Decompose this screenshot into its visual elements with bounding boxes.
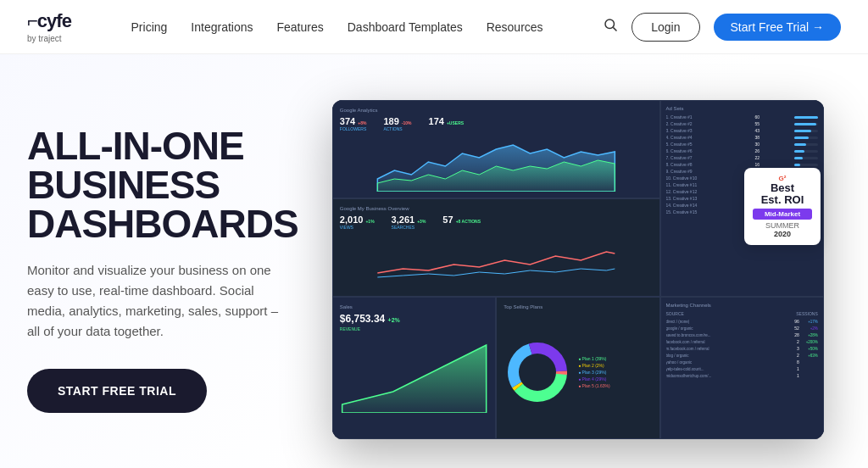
sales-title: Sales — [340, 304, 488, 309]
ga-chart — [340, 136, 653, 192]
marketing-row: midsomsolhertchup.com/... 1 — [666, 373, 818, 378]
logo-subtitle: by traject — [27, 34, 71, 43]
search-button[interactable] — [603, 17, 618, 36]
start-free-trial-button[interactable]: Start Free Trial → — [714, 14, 841, 41]
logo[interactable]: ⌐cyfe by traject — [27, 10, 71, 43]
top-selling-title: Top Selling Plans — [504, 304, 652, 309]
gmb-stat-3: 57 +8 ACTIONS — [442, 214, 481, 230]
logo-text: ⌐cyfe — [27, 10, 71, 32]
gmb-stats: 2,010 +1% VIEWS 3,261 +3% SEARCHES 57 +8… — [340, 214, 653, 230]
ga-label-2: ACTIONS — [383, 126, 411, 131]
g2-roi: Est. ROI — [761, 193, 804, 206]
marketing-row: facebook.com / referral 2 +200% — [666, 339, 818, 344]
sales-label: REVENUE — [340, 326, 488, 332]
marketing-row: saved to.broncos.com/re... 28 +28% — [666, 332, 818, 337]
marketing-row: direct / (none) 96 +17% — [666, 319, 818, 324]
g2-season: SUMMER — [753, 221, 812, 230]
ga-val-1: 374 +8% — [340, 116, 367, 126]
ads-row: 1. Creative #1 60 — [666, 114, 818, 120]
svg-line-1 — [614, 27, 617, 31]
marketing-rows: direct / (none) 96 +17% google / organic… — [666, 319, 818, 378]
ga-stat-3: 174 +USERS — [429, 116, 465, 131]
g2-best: BestEst. ROI — [753, 182, 812, 207]
sales-value: $6,753.34 +2% — [340, 313, 488, 325]
nav-integrations[interactable]: Integrations — [191, 20, 253, 34]
google-my-business-panel: Google My Business Overview 2,010 +1% VI… — [332, 198, 660, 297]
gmb-val-1: 2,010 +1% — [340, 214, 375, 225]
ads-row: 8. Creative #8 16 — [666, 162, 818, 167]
hero-right: G² BestEst. ROI Mid-Market SUMMER 2020 G… — [315, 100, 841, 439]
svg-point-7 — [519, 354, 556, 391]
ga-title: Google Analytics — [340, 108, 653, 113]
gmb-stat-1: 2,010 +1% VIEWS — [340, 214, 375, 230]
donut-legend: ● Plan 1 (39%) ● Plan 2 (2%) ● Plan 3 (2… — [578, 356, 609, 388]
header-actions: Login Start Free Trial → — [603, 13, 841, 42]
ads-row: 4. Creative #4 38 — [666, 135, 818, 140]
ga-val-3: 174 +USERS — [429, 116, 465, 126]
login-button[interactable]: Login — [632, 13, 699, 42]
gmb-chart — [340, 235, 653, 281]
ga-stat-2: 189 -10% ACTIONS — [383, 116, 411, 131]
ads-row: 3. Creative #3 43 — [666, 128, 818, 133]
g2-badge: G² BestEst. ROI Mid-Market SUMMER 2020 — [744, 168, 821, 245]
hero-description: Monitor and visualize your business on o… — [27, 260, 281, 342]
gmb-stat-2: 3,261 +3% SEARCHES — [392, 214, 426, 230]
dashboard-bottom: Sales $6,753.34 +2% REVENUE — [332, 297, 824, 439]
marketing-row: yelp-tales-cold.xourit... 1 — [666, 366, 818, 371]
g2-midmarket: Mid-Market — [753, 209, 812, 220]
marketing-header: SOURCE SESSIONS — [666, 311, 818, 316]
ads-row: 2. Creative #2 55 — [666, 121, 818, 126]
ga-stat-1: 374 +8% FOLLOWERS — [340, 116, 367, 131]
ads-row: 5. Creative #5 30 — [666, 142, 818, 147]
ga-stats: 374 +8% FOLLOWERS 189 -10% ACTIONS 174 +… — [340, 116, 653, 131]
marketing-row: yahoo / organic 8 — [666, 359, 818, 365]
gmb-title: Google My Business Overview — [340, 206, 653, 211]
marketing-row: google / organic 52 +2% — [666, 326, 818, 331]
top-selling-panel: Top Selling Plans ● Plan 1 (39% — [496, 297, 659, 439]
nav-features[interactable]: Features — [277, 20, 324, 34]
hero-left: ALL-IN-ONE BUSINESS DASHBOARDS Monitor a… — [27, 126, 315, 413]
start-trial-cta-button[interactable]: START FREE TRIAL — [27, 369, 207, 413]
search-icon — [603, 17, 618, 32]
donut-chart — [504, 338, 571, 406]
dashboard-mockup: Google Analytics 374 +8% FOLLOWERS 189 -… — [332, 100, 824, 439]
nav-dashboard-templates[interactable]: Dashboard Templates — [348, 20, 463, 34]
ads-row: 6. Creative #6 26 — [666, 148, 818, 153]
nav-pricing[interactable]: Pricing — [131, 20, 168, 34]
marketing-row: m.facebook.com / referral 3 +50% — [666, 346, 818, 351]
hero-heading: ALL-IN-ONE BUSINESS DASHBOARDS — [27, 126, 298, 243]
nav-resources[interactable]: Resources — [487, 20, 543, 34]
gmb-label-2: SEARCHES — [392, 225, 426, 230]
ads-title: Ad Sets — [666, 106, 818, 111]
gmb-val-3: 57 +8 ACTIONS — [442, 214, 481, 225]
marketing-panel: Marketing Channels SOURCE SESSIONS direc… — [660, 297, 824, 439]
ads-row: 7. Creative #7 22 — [666, 155, 818, 160]
marketing-row: blog / organic 2 +63% — [666, 353, 818, 358]
main-nav: Pricing Integrations Features Dashboard … — [131, 20, 543, 34]
analytics-section: Google Analytics 374 +8% FOLLOWERS 189 -… — [332, 100, 660, 297]
hero-section: ALL-IN-ONE BUSINESS DASHBOARDS Monitor a… — [0, 54, 868, 468]
header: ⌐cyfe by traject Pricing Integrations Fe… — [0, 0, 868, 54]
ga-val-2: 189 -10% — [383, 116, 411, 126]
ga-label-1: FOLLOWERS — [340, 126, 367, 131]
gmb-val-2: 3,261 +3% — [392, 214, 426, 225]
marketing-title: Marketing Channels — [666, 303, 818, 308]
sales-panel: Sales $6,753.34 +2% REVENUE — [332, 297, 496, 439]
svg-point-0 — [605, 20, 615, 29]
google-analytics-panel: Google Analytics 374 +8% FOLLOWERS 189 -… — [332, 100, 660, 198]
sales-chart — [340, 337, 488, 413]
g2-year: 2020 — [753, 230, 812, 238]
gmb-label-1: VIEWS — [340, 225, 375, 230]
